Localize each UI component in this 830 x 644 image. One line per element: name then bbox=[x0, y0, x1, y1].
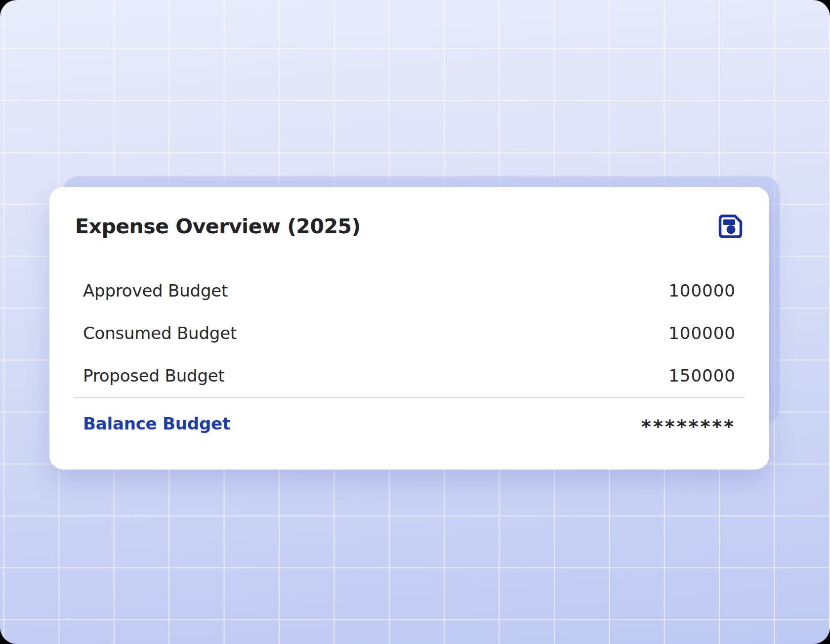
row-value: 150000 bbox=[668, 366, 736, 386]
balance-masked-value: ******** bbox=[641, 416, 736, 437]
card-header: Expense Overview (2025) bbox=[74, 213, 745, 240]
row-label: Consumed Budget bbox=[83, 323, 237, 343]
page-title: Expense Overview (2025) bbox=[75, 215, 361, 238]
save-floppy-icon bbox=[716, 213, 745, 240]
screen-background: Expense Overview (2025) Approved Budget … bbox=[0, 0, 830, 644]
divider bbox=[74, 397, 745, 398]
save-button[interactable] bbox=[716, 213, 745, 240]
table-row-proposed-budget: Proposed Budget 150000 bbox=[74, 367, 745, 385]
row-label: Approved Budget bbox=[83, 281, 228, 301]
table-row-consumed-budget: Consumed Budget 100000 bbox=[74, 324, 745, 342]
table-row-approved-budget: Approved Budget 100000 bbox=[74, 282, 745, 300]
row-value: 100000 bbox=[668, 281, 736, 301]
row-value: 100000 bbox=[668, 323, 736, 343]
balance-budget-link[interactable]: Balance Budget bbox=[83, 414, 230, 433]
table-row-balance-budget: Balance Budget ******** bbox=[74, 415, 745, 432]
budget-rows: Approved Budget 100000 Consumed Budget 1… bbox=[74, 282, 745, 385]
row-label: Proposed Budget bbox=[83, 366, 225, 386]
expense-overview-card: Expense Overview (2025) Approved Budget … bbox=[49, 187, 769, 470]
